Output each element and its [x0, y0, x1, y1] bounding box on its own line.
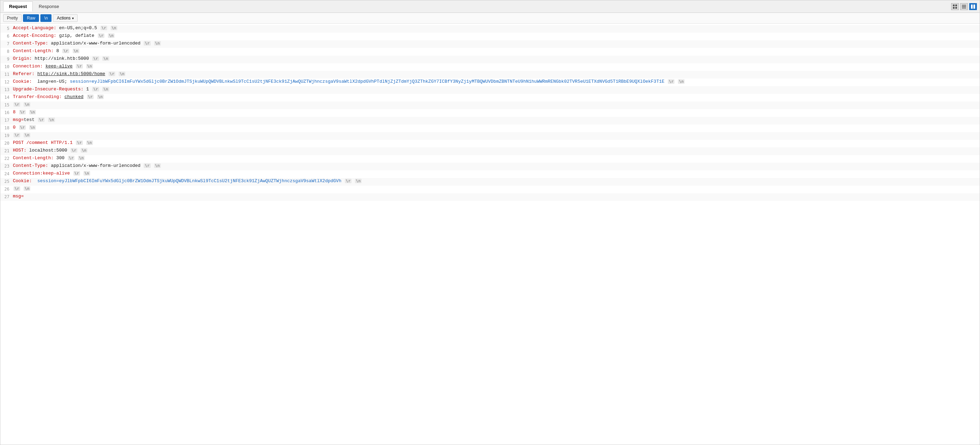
table-row: 20POST /comment HTTP/1.1 \r \n [0, 140, 980, 147]
line-number: 22 [0, 155, 13, 161]
tabs-row: Request Response [0, 0, 980, 13]
line-number: 6 [0, 33, 13, 39]
table-row: 9Origin: http://sink.htb:5000 \r \n [0, 55, 980, 63]
table-row: 22Content-Length: 300 \r \n [0, 155, 980, 163]
line-number: 11 [0, 71, 13, 77]
table-row: 24Connection:keep-alive \r \n [0, 170, 980, 178]
line-number: 14 [0, 94, 13, 100]
line-content: Content-Length: 300 \r \n [13, 155, 980, 161]
line-number: 19 [0, 133, 13, 138]
line-number: 27 [0, 194, 13, 199]
line-number: 12 [0, 79, 13, 84]
svg-rect-1 [955, 5, 957, 6]
line-content: msg=test \r \n [13, 117, 980, 122]
table-row: 14Transfer-Encoding: chunked \r \n [0, 94, 980, 101]
table-row: 11Referer: http://sink.htb:5000/home \r … [0, 71, 980, 79]
svg-rect-7 [971, 5, 973, 9]
view-list-btn[interactable] [960, 3, 968, 10]
line-content: Content-Length: 8 \r \n [13, 48, 980, 54]
table-row: 17msg=test \r \n [0, 117, 980, 125]
svg-rect-3 [955, 7, 957, 9]
line-content: POST /comment HTTP/1.1 \r \n [13, 140, 980, 145]
line-content: msg= [13, 194, 980, 199]
line-content: Origin: http://sink.htb:5000 \r \n [13, 56, 980, 61]
line-number: 5 [0, 25, 13, 31]
line-content: Referer: http://sink.htb:5000/home \r \n [13, 71, 980, 76]
line-content: Accept-Encoding: gzip, deflate \r \n [13, 33, 980, 38]
line-number: 10 [0, 63, 13, 69]
line-number: 25 [0, 178, 13, 184]
line-content: Upgrade-Insecure-Requests: 1 \r \n [13, 87, 980, 92]
raw-button[interactable]: Raw [23, 14, 39, 22]
line-number: 20 [0, 140, 13, 146]
table-row: 19\r \n [0, 132, 980, 140]
line-number: 9 [0, 56, 13, 62]
line-content: Cookie: session=eyJlbWFpbCI6ImFuYWx5dGlj… [13, 178, 980, 184]
table-row: 15\r \n [0, 101, 980, 109]
line-content: Content-Type: application/x-www-form-url… [13, 41, 980, 46]
line-number: 16 [0, 109, 13, 115]
svg-rect-4 [962, 5, 966, 6]
line-content: \r \n [13, 102, 980, 107]
svg-rect-5 [962, 6, 966, 7]
line-number: 15 [0, 102, 13, 108]
line-content: Connection:keep-alive \r \n [13, 171, 980, 176]
line-content: Accept-Language: en-US,en;q=0.5 \r \n [13, 25, 980, 31]
table-row: 168 \r \n [0, 109, 980, 117]
main-panel: Request Response Pretty Raw \n Actions ▾… [0, 0, 980, 445]
view-panel-btn[interactable] [969, 3, 977, 10]
line-number: 23 [0, 163, 13, 169]
line-content: 0 \r \n [13, 125, 980, 130]
line-number: 7 [0, 41, 13, 46]
svg-rect-2 [953, 7, 955, 9]
tab-response[interactable]: Response [33, 2, 65, 11]
table-row: 21HOST: localhost:5000 \r \n [0, 147, 980, 155]
line-number: 8 [0, 48, 13, 54]
table-row: 5Accept-Language: en-US,en;q=0.5 \r \n [0, 25, 980, 33]
n-button[interactable]: \n [40, 14, 51, 22]
actions-label: Actions [57, 16, 70, 21]
line-content: HOST: localhost:5000 \r \n [13, 148, 980, 153]
table-row: 23Content-Type: application/x-www-form-u… [0, 163, 980, 170]
tab-request[interactable]: Request [3, 2, 33, 11]
line-number: 21 [0, 148, 13, 153]
table-row: 13Upgrade-Insecure-Requests: 1 \r \n [0, 86, 980, 94]
line-content: Connection: keep-alive \r \n [13, 63, 980, 69]
line-content: \r \n [13, 186, 980, 191]
table-row: 7Content-Type: application/x-www-form-ur… [0, 40, 980, 48]
table-row: 25Cookie: session=eyJlbWFpbCI6ImFuYWx5dG… [0, 178, 980, 186]
line-content: Transfer-Encoding: chunked \r \n [13, 94, 980, 100]
tabs-left: Request Response [3, 2, 65, 11]
line-number: 17 [0, 117, 13, 123]
chevron-down-icon: ▾ [72, 16, 74, 20]
line-content: \r \n [13, 133, 980, 138]
line-number: 26 [0, 186, 13, 192]
table-row: 27msg= [0, 193, 980, 201]
table-row: 26\r \n [0, 186, 980, 193]
table-row: 180 \r \n [0, 125, 980, 132]
table-row: 12Cookie: lang=en-US; session=eyJlbWFpbC… [0, 79, 980, 86]
line-content: Cookie: lang=en-US; session=eyJlbWFpbCI6… [13, 79, 980, 84]
line-number: 13 [0, 87, 13, 92]
table-row: 6Accept-Encoding: gzip, deflate \r \n [0, 33, 980, 40]
content-area[interactable]: 5Accept-Language: en-US,en;q=0.5 \r \n6A… [0, 24, 980, 445]
pretty-button[interactable]: Pretty [3, 14, 22, 22]
svg-rect-0 [953, 5, 955, 6]
line-content: Content-Type: application/x-www-form-url… [13, 163, 980, 168]
toolbar: Pretty Raw \n Actions ▾ [0, 13, 980, 24]
line-content: 8 \r \n [13, 109, 980, 115]
table-row: 10Connection: keep-alive \r \n [0, 63, 980, 71]
svg-rect-8 [974, 5, 975, 9]
table-row: 8Content-Length: 8 \r \n [0, 48, 980, 55]
tabs-right [951, 3, 977, 10]
actions-button[interactable]: Actions ▾ [53, 14, 77, 22]
line-number: 18 [0, 125, 13, 130]
line-number: 24 [0, 171, 13, 176]
view-grid-btn[interactable] [951, 3, 959, 10]
svg-rect-6 [962, 8, 966, 8]
